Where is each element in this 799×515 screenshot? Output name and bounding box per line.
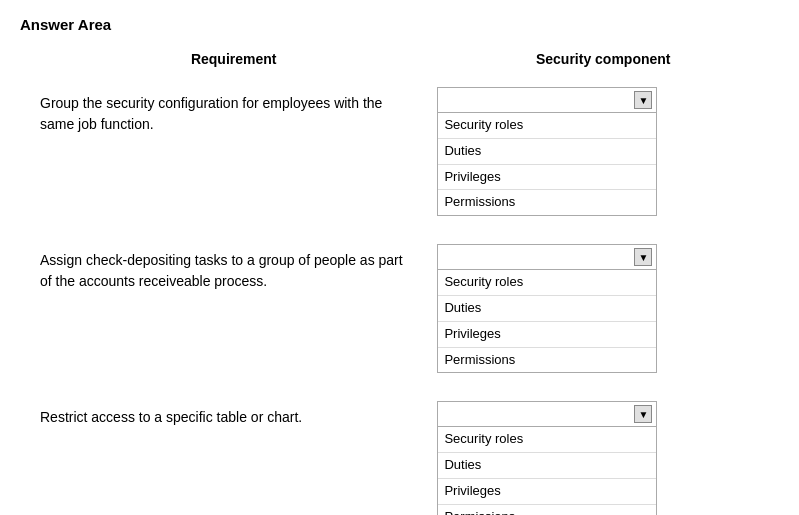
dropdown-option-1-1[interactable]: Security roles <box>438 113 656 139</box>
dropdown-header-3[interactable]: ▼ <box>438 402 656 427</box>
requirement-text-3: Restrict access to a specific table or c… <box>30 401 437 428</box>
dropdown-options-3: Security rolesDutiesPrivilegesPermission… <box>438 427 656 515</box>
dropdown-option-3-3[interactable]: Privileges <box>438 479 656 505</box>
dropdown-option-3-4[interactable]: Permissions <box>438 505 656 515</box>
dropdown-2[interactable]: ▼Security rolesDutiesPrivilegesPermissio… <box>437 244 657 373</box>
dropdown-option-2-2[interactable]: Duties <box>438 296 656 322</box>
dropdown-option-3-2[interactable]: Duties <box>438 453 656 479</box>
dropdown-option-2-4[interactable]: Permissions <box>438 348 656 373</box>
dropdown-option-1-4[interactable]: Permissions <box>438 190 656 215</box>
dropdown-header-1[interactable]: ▼ <box>438 88 656 113</box>
dropdown-options-2: Security rolesDutiesPrivilegesPermission… <box>438 270 656 372</box>
requirement-text-1: Group the security configuration for emp… <box>30 87 437 135</box>
requirement-column-header: Requirement <box>20 51 437 77</box>
component-cell-3: ▼Security rolesDutiesPrivilegesPermissio… <box>437 391 779 515</box>
requirement-cell-1: Group the security configuration for emp… <box>20 77 437 234</box>
dropdown-option-2-1[interactable]: Security roles <box>438 270 656 296</box>
dropdown-3[interactable]: ▼Security rolesDutiesPrivilegesPermissio… <box>437 401 657 515</box>
dropdown-options-1: Security rolesDutiesPrivilegesPermission… <box>438 113 656 215</box>
dropdown-arrow-icon-2[interactable]: ▼ <box>634 248 652 266</box>
dropdown-option-2-3[interactable]: Privileges <box>438 322 656 348</box>
component-cell-1: ▼Security rolesDutiesPrivilegesPermissio… <box>437 77 779 234</box>
dropdown-option-1-3[interactable]: Privileges <box>438 165 656 191</box>
component-cell-2: ▼Security rolesDutiesPrivilegesPermissio… <box>437 234 779 391</box>
component-column-header: Security component <box>437 51 779 77</box>
dropdown-option-1-2[interactable]: Duties <box>438 139 656 165</box>
requirement-cell-3: Restrict access to a specific table or c… <box>20 391 437 515</box>
dropdown-arrow-icon-3[interactable]: ▼ <box>634 405 652 423</box>
answer-area-title: Answer Area <box>20 16 779 33</box>
requirement-text-2: Assign check-depositing tasks to a group… <box>30 244 437 292</box>
dropdown-header-2[interactable]: ▼ <box>438 245 656 270</box>
dropdown-arrow-icon-1[interactable]: ▼ <box>634 91 652 109</box>
dropdown-option-3-1[interactable]: Security roles <box>438 427 656 453</box>
dropdown-1[interactable]: ▼Security rolesDutiesPrivilegesPermissio… <box>437 87 657 216</box>
requirement-cell-2: Assign check-depositing tasks to a group… <box>20 234 437 391</box>
